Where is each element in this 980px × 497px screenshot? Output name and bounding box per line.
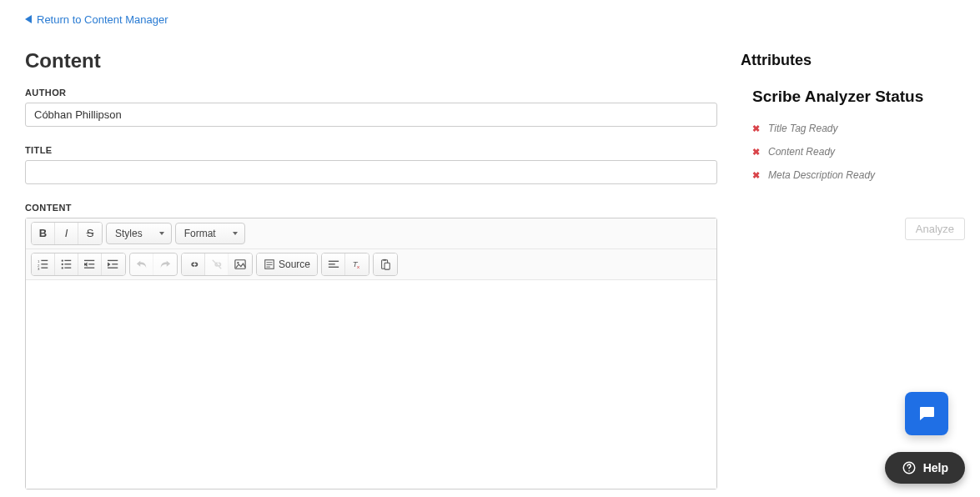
svg-point-24 [237, 262, 239, 264]
strike-button[interactable]: S [78, 223, 102, 244]
content-editor: B I S Styles Format 123 [25, 218, 717, 489]
svg-rect-12 [64, 267, 71, 268]
format-dropdown[interactable]: Format [175, 223, 245, 244]
back-arrow-icon [25, 15, 32, 23]
svg-marker-19 [108, 262, 111, 266]
chat-icon [917, 404, 937, 424]
svg-rect-16 [88, 264, 94, 264]
styles-dropdown-label: Styles [115, 228, 143, 239]
svg-point-38 [908, 470, 910, 472]
svg-text:x: x [357, 264, 359, 269]
bold-button[interactable]: B [32, 223, 55, 244]
svg-rect-6 [41, 267, 48, 268]
indent-button[interactable] [102, 254, 125, 275]
list-group: 123 [31, 253, 126, 276]
analyze-button[interactable]: Analyze [905, 218, 965, 240]
svg-rect-4 [41, 264, 48, 264]
italic-button[interactable]: I [55, 223, 78, 244]
author-label: AUTHOR [25, 88, 717, 98]
source-group: Source [256, 253, 318, 276]
status-item: ✖ Content Ready [752, 146, 965, 158]
insert-group [181, 253, 253, 276]
svg-point-9 [61, 263, 63, 264]
svg-rect-13 [84, 259, 94, 260]
svg-point-11 [61, 267, 63, 269]
attributes-heading: Attributes [741, 52, 965, 69]
svg-text:3: 3 [38, 267, 40, 270]
svg-point-7 [61, 259, 63, 261]
author-input[interactable] [25, 103, 717, 127]
title-label: TITLE [25, 145, 717, 155]
svg-rect-30 [328, 264, 334, 264]
svg-rect-27 [267, 264, 273, 265]
unlink-button[interactable] [205, 254, 229, 275]
toolbar-row-2: 123 [26, 249, 716, 280]
svg-rect-8 [64, 259, 71, 260]
svg-rect-21 [108, 267, 118, 268]
unordered-list-button[interactable] [55, 254, 78, 275]
help-widget-button[interactable]: Help [885, 452, 965, 484]
svg-marker-0 [25, 15, 32, 23]
svg-rect-31 [328, 266, 338, 267]
history-group [129, 253, 178, 276]
remove-format-button[interactable]: Tx [345, 254, 369, 275]
x-icon: ✖ [752, 147, 760, 158]
return-link-label: Return to Content Manager [37, 13, 168, 26]
svg-marker-15 [84, 262, 88, 266]
status-item: ✖ Meta Description Ready [752, 169, 965, 181]
redo-button[interactable] [153, 254, 177, 275]
source-button[interactable]: Source [257, 254, 317, 275]
text-style-group: B I S [31, 222, 103, 245]
content-label: CONTENT [25, 203, 717, 213]
x-icon: ✖ [752, 123, 760, 134]
status-item: ✖ Title Tag Ready [752, 123, 965, 134]
undo-button[interactable] [130, 254, 153, 275]
styles-dropdown[interactable]: Styles [106, 223, 172, 244]
analyzer-heading: Scribe Analyzer Status [741, 88, 965, 106]
editor-body[interactable] [26, 280, 716, 489]
svg-rect-26 [267, 262, 273, 263]
chevron-down-icon [159, 232, 164, 235]
svg-rect-29 [328, 260, 338, 261]
outdent-button[interactable] [78, 254, 102, 275]
toolbar-row-1: B I S Styles Format [26, 218, 716, 249]
svg-rect-35 [383, 259, 386, 260]
help-icon [902, 460, 917, 475]
paste-group [373, 253, 398, 276]
x-icon: ✖ [752, 170, 760, 181]
paste-button[interactable] [374, 254, 397, 275]
link-button[interactable] [182, 254, 205, 275]
page-title: Content [25, 49, 717, 73]
format-dropdown-label: Format [184, 228, 216, 239]
status-label: Meta Description Ready [768, 169, 875, 181]
help-label: Help [923, 461, 948, 474]
source-button-label: Source [279, 259, 310, 270]
svg-rect-28 [267, 266, 270, 267]
svg-rect-36 [384, 263, 389, 269]
chat-widget-button[interactable] [905, 392, 948, 435]
svg-rect-2 [41, 259, 48, 260]
ordered-list-button[interactable]: 123 [32, 254, 55, 275]
svg-rect-10 [64, 264, 71, 264]
svg-rect-17 [84, 267, 94, 268]
source-icon [264, 259, 275, 270]
misc-group: Tx [321, 253, 369, 276]
image-button[interactable] [229, 254, 252, 275]
status-label: Title Tag Ready [768, 123, 838, 134]
status-list: ✖ Title Tag Ready ✖ Content Ready ✖ Meta… [741, 123, 965, 181]
svg-rect-20 [112, 264, 118, 264]
chevron-down-icon [233, 232, 238, 235]
return-link[interactable]: Return to Content Manager [25, 13, 168, 26]
svg-rect-18 [108, 259, 118, 260]
status-label: Content Ready [768, 146, 835, 158]
align-button[interactable] [322, 254, 345, 275]
title-input[interactable] [25, 160, 717, 184]
